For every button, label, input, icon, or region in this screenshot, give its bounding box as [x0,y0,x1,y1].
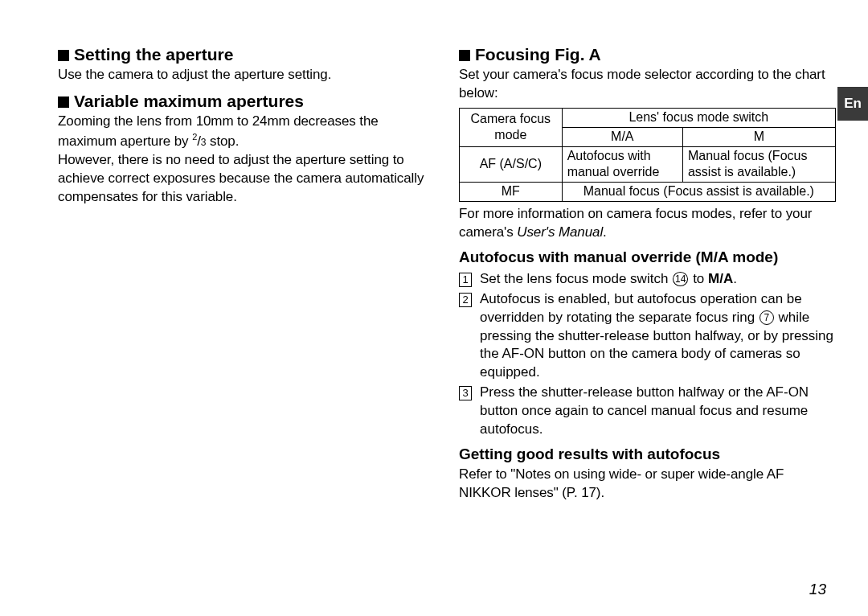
page-number: 13 [809,581,826,598]
manual-page: En Setting the aperture Use the camera t… [0,0,868,616]
paragraph: For more information on camera focus mod… [459,205,836,242]
cell-line: mode [494,128,526,142]
list-item: 1 Set the lens focus mode switch 14 to M… [459,270,836,289]
td-mf: MF [460,183,563,202]
heading-text: Focusing Fig. A [475,44,601,64]
numbered-list: 1 Set the lens focus mode switch 14 to M… [459,270,836,439]
list-item-text: Press the shutter-release button halfway… [480,384,836,439]
heading-variable-max-apertures: Variable maximum apertures [58,91,435,111]
text-span: . [603,224,607,240]
cell-line: Autofocus with [567,149,651,162]
paragraph: Set your camera's focus mode selector ac… [459,66,836,103]
right-column: Focusing Fig. A Set your camera's focus … [459,44,836,503]
circled-ref-icon: 7 [760,310,774,325]
td-af: AF (A/S/C) [460,146,563,183]
th-m: M [682,127,835,146]
text-italic: User's Manual [517,224,603,240]
square-bullet-icon [58,50,69,61]
paragraph: However, there is no need to adjust the … [58,151,435,207]
cell-line: assist is available.) [688,165,796,179]
heading-good-results: Getting good results with autofocus [459,446,836,464]
paragraph: Zooming the lens from 10mm to 24mm decre… [58,113,435,151]
step-number-icon: 2 [459,293,472,307]
step-number-icon: 1 [459,273,472,287]
paragraph: Use the camera to adjust the aperture se… [58,66,435,84]
td-mf-both: Manual focus (Focus assist is available.… [562,183,835,202]
heading-ma-mode: Autofocus with manual override (M/A mode… [459,248,836,267]
circled-ref-icon: 14 [673,272,688,286]
th-lens-switch: Lens' focus mode switch [562,109,835,128]
text-span: Autofocus is enabled, but autofocus oper… [480,291,802,325]
td-af-m: Manual focus (Focus assist is available.… [682,146,835,183]
cell-line: Camera focus [471,112,551,125]
focus-mode-table: Camera focus mode Lens' focus mode switc… [459,108,836,202]
heading-text: Variable maximum apertures [74,91,304,111]
square-bullet-icon [459,50,470,61]
language-tab-label: En [844,96,862,112]
cell-line: manual override [567,165,660,179]
list-item-text: Autofocus is enabled, but autofocus oper… [480,290,836,383]
list-item-text: Set the lens focus mode switch 14 to M/A… [480,270,836,289]
language-tab: En [837,87,868,121]
paragraph: Refer to "Notes on using wide- or super … [459,466,836,503]
heading-text: Setting the aperture [74,44,233,64]
text-span: to [689,271,708,286]
step-number-icon: 3 [459,386,472,400]
th-ma: M/A [562,127,682,146]
text-bold: M/A [708,271,733,286]
text-span: . [733,271,737,286]
two-column-layout: Setting the aperture Use the camera to a… [58,44,836,503]
text-span: For more information on camera focus mod… [459,206,812,240]
heading-focusing: Focusing Fig. A [459,44,836,64]
text-span: stop. [206,133,239,149]
list-item: 2 Autofocus is enabled, but autofocus op… [459,290,836,383]
heading-setting-aperture: Setting the aperture [58,44,435,64]
fraction-numerator: 2 [192,132,197,142]
cell-line: Manual focus (Focus [688,149,808,162]
square-bullet-icon [58,97,69,108]
text-span: Set the lens focus mode switch [480,271,672,286]
th-camera-focus-mode: Camera focus mode [460,109,563,147]
td-af-ma: Autofocus with manual override [562,146,682,183]
left-column: Setting the aperture Use the camera to a… [58,44,435,503]
list-item: 3 Press the shutter-release button halfw… [459,384,836,439]
